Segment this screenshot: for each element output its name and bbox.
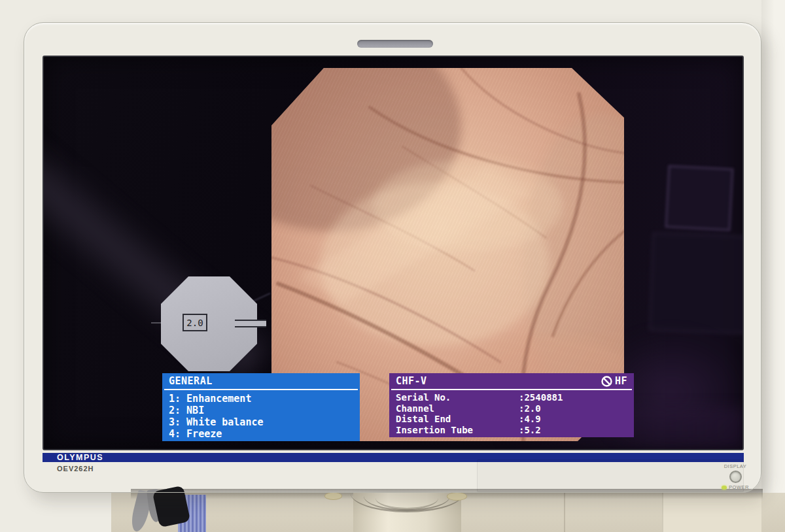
pip-notch: [235, 320, 266, 327]
glass-reflection: [649, 233, 744, 335]
menu-item-nbi[interactable]: 2: NBI: [169, 405, 353, 416]
menu-item-white-balance[interactable]: 3: White balance: [169, 416, 353, 428]
bezel-vent-slot: [357, 40, 433, 48]
pip-channel-value: 2.0: [183, 314, 207, 331]
display-button-label: DISPLAY: [712, 463, 758, 469]
pip-thumbnail: 2.0: [161, 276, 267, 372]
screen: 2.0 GENERAL 1: Enhancement 2: NBI 3: Whi…: [43, 56, 744, 450]
hf-label: HF: [615, 375, 627, 387]
wall-background: [761, 0, 785, 532]
hf-prohibited-icon: [601, 376, 612, 387]
bezel-recess-panel: [477, 459, 744, 492]
scope-row-serial: Serial No. :2540881: [396, 392, 627, 403]
scope-info-panel: CHF-V HF Serial No. :2540881: [389, 373, 634, 437]
power-label: POWER: [729, 484, 749, 490]
model-label: OEV262H: [57, 465, 94, 473]
menu-item-freeze[interactable]: 4: Freeze: [169, 428, 353, 440]
power-led-icon: [722, 486, 727, 490]
scope-row-distal-end: Distal End :4.9: [396, 414, 627, 425]
general-menu: GENERAL 1: Enhancement 2: NBI 3: White b…: [162, 373, 360, 441]
scope-row-channel: Channel :2.0: [396, 403, 627, 414]
monitor-controls: DISPLAY POWER: [712, 463, 758, 490]
menu-item-enhancement[interactable]: 1: Enhancement: [169, 393, 353, 405]
general-menu-title: GENERAL: [169, 375, 213, 387]
stand-cap: [447, 492, 467, 501]
stand-cap: [324, 492, 342, 500]
scope-row-insertion-tube: Insertion Tube :5.2: [396, 425, 627, 436]
olympus-logo: OLYMPUS: [57, 453, 103, 462]
scope-panel-title: CHF-V: [396, 375, 427, 387]
pip-guide-line: [151, 322, 162, 324]
monitor-bezel: 2.0 GENERAL 1: Enhancement 2: NBI 3: Whi…: [24, 22, 761, 493]
display-button[interactable]: [729, 471, 742, 483]
glass-reflection: [665, 165, 734, 231]
